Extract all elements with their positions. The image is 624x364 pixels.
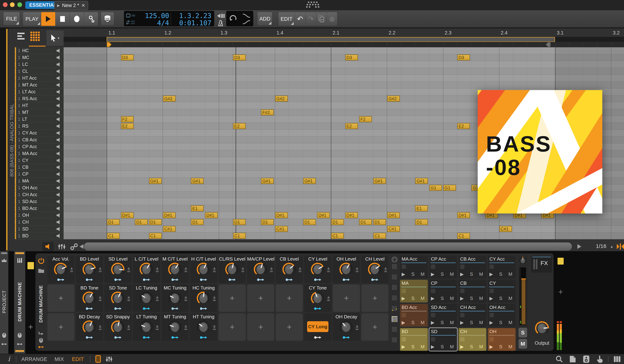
- lane-mute-speaker-icon[interactable]: [56, 220, 61, 224]
- lane-row-mt[interactable]: 1MT: [15, 109, 63, 116]
- pad-ch[interactable]: CH▶SM: [459, 328, 486, 351]
- knob-mt-tuning[interactable]: [167, 319, 183, 336]
- modulation-route-icon[interactable]: [200, 336, 208, 339]
- empty-remote-slot[interactable]: +: [47, 284, 75, 312]
- edit-menu-button[interactable]: EDIT: [278, 12, 295, 26]
- pad-solo[interactable]: S: [499, 344, 502, 350]
- delete-button[interactable]: ⊗: [327, 12, 337, 26]
- knob-hc-tuning[interactable]: [195, 290, 211, 307]
- note[interactable]: G#1: [303, 178, 316, 184]
- knob-ma-cp-level[interactable]: [253, 261, 268, 278]
- lane-row-cb[interactable]: 1CB: [15, 164, 63, 171]
- modulation-route-icon[interactable]: [114, 336, 122, 339]
- lane-row-cp[interactable]: 1CP: [15, 171, 63, 178]
- inspector-sliders-icon[interactable]: [105, 356, 113, 362]
- note[interactable]: E2: [233, 123, 246, 129]
- device-name-label[interactable]: DRUM MACHINE: [37, 280, 44, 327]
- note[interactable]: C#1: [163, 226, 176, 232]
- note[interactable]: G1: [429, 185, 442, 191]
- lane-row-sd[interactable]: 1SD: [15, 226, 63, 232]
- knob-cell-h-c-t-level[interactable]: H C/T Level ±: [190, 255, 217, 283]
- stop-button[interactable]: [55, 12, 70, 26]
- loop-region[interactable]: [106, 37, 555, 42]
- sidebar-drum-machine[interactable]: DRUM MACHINE: [14, 251, 25, 354]
- pad-play-icon[interactable]: ▶: [431, 344, 435, 350]
- pad-play-icon[interactable]: ▶: [402, 272, 405, 277]
- pad-solo[interactable]: S: [499, 320, 502, 325]
- pad-solo[interactable]: S: [411, 344, 415, 350]
- pad-solo[interactable]: S: [470, 344, 473, 350]
- pad-mute[interactable]: M: [508, 320, 512, 325]
- knob-bd-tone[interactable]: [81, 290, 97, 307]
- note[interactable]: D#1: [205, 212, 218, 218]
- device-preset-folder-icon[interactable]: [38, 268, 44, 273]
- modulation-route-icon[interactable]: [342, 278, 350, 281]
- knob-sd-tone[interactable]: [110, 290, 126, 307]
- lane-row-oh[interactable]: 1OH: [15, 212, 63, 219]
- lane-row-mc[interactable]: 1MC: [15, 54, 63, 61]
- modulation-route-icon[interactable]: [200, 278, 208, 281]
- pad-play-icon[interactable]: ▶: [460, 320, 464, 325]
- pad-cb-acc[interactable]: CB Acc▶SM: [459, 255, 486, 278]
- note[interactable]: D1: [303, 219, 316, 225]
- knob-bd-decay[interactable]: [81, 319, 97, 336]
- knob-oh-decay[interactable]: [338, 319, 354, 336]
- tempo-time-display[interactable]: 125.00 4/4 1.3.2.23 0:01.107: [124, 11, 214, 26]
- empty-remote-slot[interactable]: +: [219, 284, 246, 312]
- lane-row-ch-acc[interactable]: 1CH Acc: [15, 191, 63, 198]
- lane-mute-speaker-icon[interactable]: [56, 227, 61, 231]
- note[interactable]: C#1: [499, 226, 512, 232]
- knob-cell-oh-level[interactable]: OH Level ±: [333, 255, 360, 283]
- note[interactable]: D#1: [345, 212, 358, 218]
- playback-start-marker[interactable]: [106, 42, 112, 47]
- pad-bd[interactable]: BD▶SM: [400, 328, 428, 351]
- knob-cell-sd-tone[interactable]: SD Tone ±: [104, 284, 131, 312]
- note[interactable]: D1: [331, 219, 344, 225]
- note[interactable]: D#1: [275, 212, 288, 218]
- note[interactable]: C1: [233, 233, 246, 239]
- grid-resolution-stepper-icon[interactable]: ▴: [611, 244, 613, 249]
- note[interactable]: D#1: [121, 212, 134, 218]
- modulation-route-icon[interactable]: [286, 278, 293, 281]
- pad-solo[interactable]: S: [441, 344, 444, 350]
- note[interactable]: D#1: [317, 212, 330, 218]
- knob-cell-ma-cp-level[interactable]: MA/CP Level ±: [247, 255, 274, 283]
- pad-bank-icon[interactable]: [392, 275, 397, 280]
- pointer-tool-button[interactable]: ▾: [46, 30, 64, 46]
- empty-remote-slot[interactable]: +: [219, 313, 246, 341]
- modulation-route-icon[interactable]: [143, 307, 150, 310]
- empty-remote-slot[interactable]: +: [333, 284, 360, 312]
- pad-play-icon[interactable]: ▶: [489, 320, 493, 325]
- knob-cy-level[interactable]: [310, 261, 326, 278]
- view-arrange[interactable]: ARRANGE: [21, 356, 47, 362]
- lane-row-ma-acc[interactable]: 1MA Acc: [15, 150, 63, 157]
- lane-mute-speaker-icon[interactable]: [56, 213, 61, 217]
- drum-grid-view-icon[interactable]: [30, 31, 40, 41]
- modulation-route-icon[interactable]: [171, 278, 179, 281]
- auto-zoom-icon[interactable]: [617, 243, 624, 250]
- add-track-layer-button[interactable]: +: [28, 322, 33, 332]
- pad-bank-icon[interactable]: [392, 317, 397, 321]
- empty-remote-slot[interactable]: +: [247, 313, 274, 341]
- beat-ruler[interactable]: 1.11.21.31.42.12.22.32.43.13.2: [64, 28, 624, 37]
- modulation-route-icon[interactable]: [257, 278, 264, 281]
- note[interactable]: E2: [457, 123, 470, 129]
- selection-end-marker[interactable]: [546, 42, 551, 47]
- lane-mute-speaker-icon[interactable]: [56, 62, 61, 67]
- sidebar-project[interactable]: PROJECT: [0, 251, 8, 354]
- maximize-window-icon[interactable]: [17, 2, 22, 7]
- pad-mute[interactable]: M: [450, 320, 454, 325]
- lane-row-cp-acc[interactable]: 1CP Acc: [15, 143, 63, 150]
- note[interactable]: C1: [457, 233, 470, 239]
- add-button[interactable]: ADD: [257, 12, 272, 26]
- expression-lanes-icon[interactable]: [58, 243, 66, 250]
- lane-mute-speaker-icon[interactable]: [56, 151, 61, 156]
- note[interactable]: G#1: [149, 178, 162, 184]
- modulation-route-icon[interactable]: [342, 336, 350, 339]
- pad-play-icon[interactable]: ▶: [402, 296, 405, 301]
- metronome-icon[interactable]: [216, 20, 224, 26]
- pad-bank-icon[interactable]: [392, 306, 397, 311]
- close-window-icon[interactable]: [3, 2, 8, 7]
- note[interactable]: C#1: [387, 226, 400, 232]
- empty-remote-slot[interactable]: +: [47, 313, 75, 341]
